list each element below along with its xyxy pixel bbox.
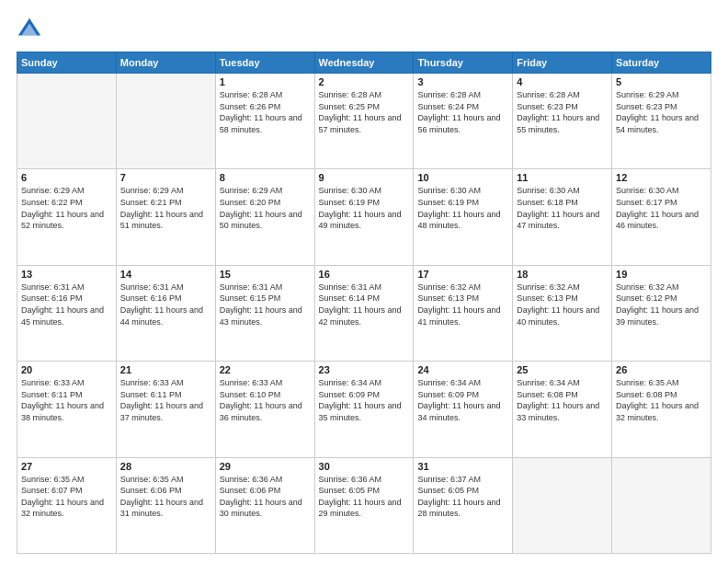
day-number: 4	[517, 76, 608, 87]
day-number: 26	[616, 364, 707, 375]
calendar-cell: 21 Sunrise: 6:33 AM Sunset: 6:11 PM Dayl…	[116, 362, 215, 457]
calendar-cell: 11 Sunrise: 6:30 AM Sunset: 6:18 PM Dayl…	[513, 169, 612, 265]
calendar-cell: 25 Sunrise: 6:34 AM Sunset: 6:08 PM Dayl…	[513, 362, 612, 457]
calendar-header-sunday: Sunday	[17, 52, 117, 74]
day-number: 13	[21, 269, 112, 280]
day-info: Sunrise: 6:34 AM Sunset: 6:09 PM Dayligh…	[417, 377, 508, 423]
calendar-cell	[17, 74, 117, 169]
day-info: Sunrise: 6:34 AM Sunset: 6:08 PM Dayligh…	[517, 377, 608, 423]
calendar-cell: 6 Sunrise: 6:29 AM Sunset: 6:22 PM Dayli…	[17, 169, 117, 265]
day-info: Sunrise: 6:35 AM Sunset: 6:07 PM Dayligh…	[21, 474, 112, 520]
day-info: Sunrise: 6:30 AM Sunset: 6:17 PM Dayligh…	[616, 185, 707, 231]
calendar-week-3: 13 Sunrise: 6:31 AM Sunset: 6:16 PM Dayl…	[17, 265, 711, 361]
calendar-cell: 20 Sunrise: 6:33 AM Sunset: 6:11 PM Dayl…	[17, 362, 117, 457]
calendar-week-4: 20 Sunrise: 6:33 AM Sunset: 6:11 PM Dayl…	[17, 362, 711, 457]
day-number: 19	[616, 269, 707, 280]
day-number: 18	[517, 269, 608, 280]
calendar-cell: 28 Sunrise: 6:35 AM Sunset: 6:06 PM Dayl…	[116, 457, 215, 553]
day-info: Sunrise: 6:35 AM Sunset: 6:08 PM Dayligh…	[616, 377, 707, 423]
calendar-cell: 26 Sunrise: 6:35 AM Sunset: 6:08 PM Dayl…	[612, 362, 711, 457]
calendar-cell: 13 Sunrise: 6:31 AM Sunset: 6:16 PM Dayl…	[17, 265, 117, 361]
day-number: 8	[220, 172, 311, 183]
day-info: Sunrise: 6:37 AM Sunset: 6:05 PM Dayligh…	[417, 474, 508, 520]
day-number: 3	[417, 76, 508, 87]
day-info: Sunrise: 6:29 AM Sunset: 6:23 PM Dayligh…	[616, 89, 707, 135]
day-info: Sunrise: 6:36 AM Sunset: 6:06 PM Dayligh…	[220, 474, 311, 520]
day-info: Sunrise: 6:34 AM Sunset: 6:09 PM Dayligh…	[319, 377, 410, 423]
day-info: Sunrise: 6:36 AM Sunset: 6:05 PM Dayligh…	[319, 474, 410, 520]
day-info: Sunrise: 6:30 AM Sunset: 6:18 PM Dayligh…	[517, 185, 608, 231]
calendar-cell: 16 Sunrise: 6:31 AM Sunset: 6:14 PM Dayl…	[314, 265, 414, 361]
calendar-cell: 9 Sunrise: 6:30 AM Sunset: 6:19 PM Dayli…	[314, 169, 414, 265]
header	[17, 17, 711, 42]
day-number: 2	[319, 76, 410, 87]
day-info: Sunrise: 6:29 AM Sunset: 6:20 PM Dayligh…	[220, 185, 311, 231]
calendar-cell: 8 Sunrise: 6:29 AM Sunset: 6:20 PM Dayli…	[215, 169, 314, 265]
day-info: Sunrise: 6:30 AM Sunset: 6:19 PM Dayligh…	[319, 185, 410, 231]
calendar-week-2: 6 Sunrise: 6:29 AM Sunset: 6:22 PM Dayli…	[17, 169, 711, 265]
calendar-cell: 17 Sunrise: 6:32 AM Sunset: 6:13 PM Dayl…	[414, 265, 513, 361]
day-info: Sunrise: 6:28 AM Sunset: 6:24 PM Dayligh…	[417, 89, 508, 135]
day-number: 15	[220, 269, 311, 280]
logo-icon	[17, 17, 42, 42]
day-number: 29	[220, 461, 311, 472]
day-number: 10	[417, 172, 508, 183]
calendar-cell: 4 Sunrise: 6:28 AM Sunset: 6:23 PM Dayli…	[513, 74, 612, 169]
day-info: Sunrise: 6:33 AM Sunset: 6:11 PM Dayligh…	[120, 377, 211, 423]
day-number: 14	[120, 269, 211, 280]
calendar-cell: 12 Sunrise: 6:30 AM Sunset: 6:17 PM Dayl…	[612, 169, 711, 265]
day-number: 28	[120, 461, 211, 472]
calendar-cell	[513, 457, 612, 553]
day-number: 11	[517, 172, 608, 183]
calendar-cell: 10 Sunrise: 6:30 AM Sunset: 6:19 PM Dayl…	[414, 169, 513, 265]
day-number: 17	[417, 269, 508, 280]
day-number: 24	[417, 364, 508, 375]
day-info: Sunrise: 6:32 AM Sunset: 6:13 PM Dayligh…	[417, 282, 508, 327]
calendar-cell: 3 Sunrise: 6:28 AM Sunset: 6:24 PM Dayli…	[414, 74, 513, 169]
calendar-table: SundayMondayTuesdayWednesdayThursdayFrid…	[17, 52, 711, 554]
calendar-cell: 18 Sunrise: 6:32 AM Sunset: 6:13 PM Dayl…	[513, 265, 612, 361]
day-number: 9	[319, 172, 410, 183]
day-number: 20	[21, 364, 112, 375]
calendar-header-friday: Friday	[513, 52, 612, 74]
calendar-header-row: SundayMondayTuesdayWednesdayThursdayFrid…	[17, 52, 711, 74]
calendar-cell: 14 Sunrise: 6:31 AM Sunset: 6:16 PM Dayl…	[116, 265, 215, 361]
calendar-header-tuesday: Tuesday	[215, 52, 314, 74]
page: SundayMondayTuesdayWednesdayThursdayFrid…	[0, 0, 728, 563]
calendar-cell: 19 Sunrise: 6:32 AM Sunset: 6:12 PM Dayl…	[612, 265, 711, 361]
calendar-cell: 5 Sunrise: 6:29 AM Sunset: 6:23 PM Dayli…	[612, 74, 711, 169]
day-number: 27	[21, 461, 112, 472]
day-number: 12	[616, 172, 707, 183]
day-number: 6	[21, 172, 112, 183]
day-number: 22	[220, 364, 311, 375]
calendar-header-wednesday: Wednesday	[314, 52, 414, 74]
calendar-cell: 29 Sunrise: 6:36 AM Sunset: 6:06 PM Dayl…	[215, 457, 314, 553]
day-number: 1	[220, 76, 311, 87]
calendar-cell: 31 Sunrise: 6:37 AM Sunset: 6:05 PM Dayl…	[414, 457, 513, 553]
calendar-header-saturday: Saturday	[612, 52, 711, 74]
day-info: Sunrise: 6:28 AM Sunset: 6:25 PM Dayligh…	[319, 89, 410, 135]
calendar-cell: 24 Sunrise: 6:34 AM Sunset: 6:09 PM Dayl…	[414, 362, 513, 457]
calendar-week-5: 27 Sunrise: 6:35 AM Sunset: 6:07 PM Dayl…	[17, 457, 711, 553]
day-info: Sunrise: 6:32 AM Sunset: 6:13 PM Dayligh…	[517, 282, 608, 327]
day-info: Sunrise: 6:29 AM Sunset: 6:22 PM Dayligh…	[21, 185, 112, 231]
calendar-cell: 15 Sunrise: 6:31 AM Sunset: 6:15 PM Dayl…	[215, 265, 314, 361]
day-info: Sunrise: 6:28 AM Sunset: 6:23 PM Dayligh…	[517, 89, 608, 135]
day-info: Sunrise: 6:33 AM Sunset: 6:11 PM Dayligh…	[21, 377, 112, 423]
calendar-cell: 22 Sunrise: 6:33 AM Sunset: 6:10 PM Dayl…	[215, 362, 314, 457]
day-number: 31	[417, 461, 508, 472]
day-number: 30	[319, 461, 410, 472]
calendar-cell: 30 Sunrise: 6:36 AM Sunset: 6:05 PM Dayl…	[314, 457, 414, 553]
day-number: 16	[319, 269, 410, 280]
calendar-cell	[116, 74, 215, 169]
calendar-cell: 7 Sunrise: 6:29 AM Sunset: 6:21 PM Dayli…	[116, 169, 215, 265]
day-info: Sunrise: 6:30 AM Sunset: 6:19 PM Dayligh…	[417, 185, 508, 231]
day-number: 23	[319, 364, 410, 375]
day-number: 5	[616, 76, 707, 87]
day-number: 21	[120, 364, 211, 375]
calendar-cell: 2 Sunrise: 6:28 AM Sunset: 6:25 PM Dayli…	[314, 74, 414, 169]
day-info: Sunrise: 6:31 AM Sunset: 6:16 PM Dayligh…	[21, 282, 112, 327]
day-info: Sunrise: 6:32 AM Sunset: 6:12 PM Dayligh…	[616, 282, 707, 327]
calendar-cell: 23 Sunrise: 6:34 AM Sunset: 6:09 PM Dayl…	[314, 362, 414, 457]
day-info: Sunrise: 6:29 AM Sunset: 6:21 PM Dayligh…	[120, 185, 211, 231]
